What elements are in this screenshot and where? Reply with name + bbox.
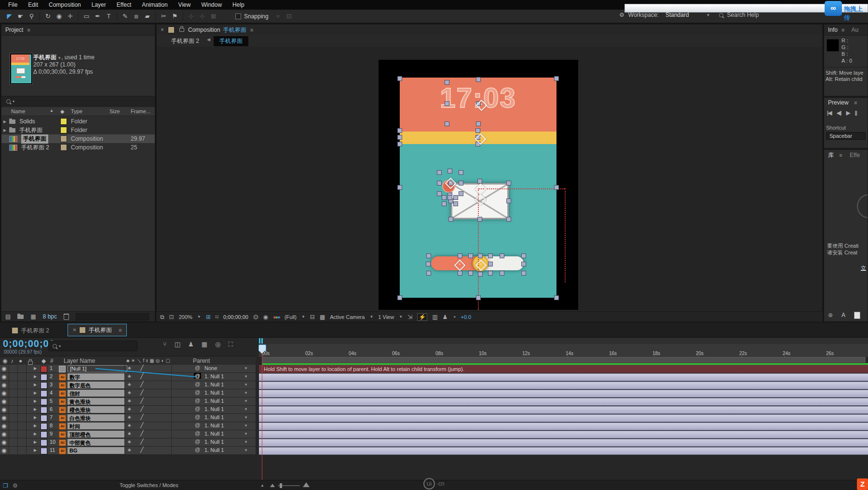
shy-switch-icon[interactable]: ♣ [128, 423, 131, 428]
layer-switches[interactable]: ♣╱ [124, 430, 172, 438]
new-composition-icon[interactable]: ▦ [30, 313, 36, 320]
composition-mini-icon[interactable]: ❒ [3, 482, 8, 489]
parent-pick-whip-icon[interactable]: @ [194, 414, 201, 420]
selection-handle[interactable] [445, 121, 449, 126]
layer-duration-bar[interactable] [259, 398, 868, 406]
primary-viewer-icon[interactable]: ⊡ [169, 314, 174, 320]
parent-pick-whip-icon[interactable]: @ [194, 406, 201, 411]
menu-composition[interactable]: Composition [43, 0, 86, 9]
libraries-tab-label[interactable]: 库 [828, 152, 834, 159]
layer-row[interactable]: ◉▶3Ai数字底色♣╱@1. Null 1▼ [0, 381, 256, 389]
selection-handle[interactable] [478, 272, 483, 277]
layer-visibility-eye-icon[interactable]: ◉ [1, 390, 6, 397]
tab-name[interactable]: 手机界面 2 [21, 327, 49, 335]
project-tab-label[interactable]: Project [5, 26, 23, 33]
timeline-zoom-thumb[interactable] [280, 483, 282, 488]
libraries-panel-header[interactable]: 库 ≡ Effe [828, 151, 860, 159]
comp-lock-icon[interactable] [179, 28, 184, 32]
quality-switch-icon[interactable]: ╱ [140, 397, 144, 404]
selection-handle[interactable] [437, 191, 442, 196]
parent-value[interactable]: 1. Null 1 [204, 382, 224, 387]
menu-effect[interactable]: Effect [111, 0, 136, 9]
search-help-icon[interactable] [719, 13, 723, 17]
solo-lock-cell[interactable] [17, 373, 27, 381]
layer-expand-arrow-icon[interactable]: ▶ [34, 366, 37, 371]
layer-switches[interactable]: ♣╱ [124, 373, 172, 381]
layer-row[interactable]: ◉▶4Ai信封♣╱@1. Null 1▼ [0, 389, 256, 397]
layer-expand-arrow-icon[interactable]: ▶ [34, 415, 37, 420]
layer-switches[interactable]: ♣╱ [124, 438, 172, 446]
parent-value[interactable]: 1. Null 1 [204, 439, 224, 445]
axis-local[interactable]: ⊹ [186, 10, 197, 23]
snapshot-icon[interactable]: ⏣ [253, 314, 258, 320]
project-item-title[interactable]: 手机界面 ▼, used 1 time [33, 53, 95, 62]
parent-caret-icon[interactable]: ▼ [244, 374, 248, 379]
selection-handle[interactable] [477, 217, 482, 222]
quality-switch-icon[interactable]: ╱ [140, 438, 144, 445]
audio-toggle-cell[interactable] [9, 381, 18, 389]
preview-tab-label[interactable]: Preview [828, 99, 849, 106]
libraries-link[interactable]: 立 [861, 265, 866, 272]
quality-switch-icon[interactable]: ╱ [140, 365, 144, 371]
camera-tool[interactable]: ◉ [54, 10, 65, 23]
solo-lock-cell[interactable] [17, 397, 27, 405]
parent-caret-icon[interactable]: ▼ [244, 415, 248, 420]
shy-switch-icon[interactable]: ♣ [128, 398, 131, 403]
parent-caret-icon[interactable]: ▼ [244, 407, 248, 411]
playhead-line[interactable] [262, 344, 262, 480]
eraser-tool[interactable]: ▰ [142, 10, 153, 23]
parent-value[interactable]: None [204, 365, 217, 371]
layer-label-color[interactable] [41, 390, 47, 397]
selection-handle[interactable] [453, 201, 458, 206]
layer-name[interactable]: 中部黄色 [68, 439, 124, 446]
layer-visibility-eye-icon[interactable]: ◉ [1, 373, 6, 380]
selection-handle[interactable] [488, 253, 493, 258]
zoom-tool[interactable]: ⚲ [26, 10, 37, 23]
drag-upload-label[interactable]: 拖拽上传 [844, 5, 868, 22]
parent-value[interactable]: 1. Null 1 [204, 431, 224, 437]
project-panel-menu-icon[interactable]: ≡ [27, 27, 30, 33]
resolution-value[interactable]: (Full) [285, 314, 297, 320]
parent-value[interactable]: 1. Null 1 [204, 406, 224, 412]
column-label-icon[interactable]: ◆ [60, 108, 64, 115]
layer-row[interactable]: ◉▶6Ai橙色滑块♣╱@1. Null 1▼ [0, 406, 256, 414]
layer-label-color[interactable] [41, 366, 47, 372]
roto-brush-tool[interactable]: ✂ [158, 10, 169, 23]
layer-name[interactable]: 信封 [68, 390, 124, 397]
project-bpc[interactable]: 8 bpc [43, 313, 57, 320]
selection-handle[interactable] [554, 295, 559, 300]
layer-label-color[interactable] [41, 423, 47, 430]
view-layout-value[interactable]: 1 View [378, 314, 394, 320]
axis-view[interactable]: ⊠ [208, 10, 219, 23]
selection-handle[interactable] [445, 101, 449, 106]
selection-handle[interactable] [476, 121, 481, 126]
selection-handle[interactable] [397, 128, 402, 133]
layer-row[interactable]: ◉▶11AiBG♣╱@1. Null 1▼ [0, 447, 256, 455]
layer-visibility-eye-icon[interactable]: ◉ [1, 398, 6, 405]
audio-toggle-cell[interactable] [9, 373, 18, 381]
quality-switch-icon[interactable]: ╱ [140, 373, 144, 379]
quality-switch-icon[interactable]: ╱ [140, 406, 144, 412]
selection-handle[interactable] [521, 262, 526, 266]
timeline-tab-active[interactable]: × 手机界面 ≡ [68, 324, 127, 336]
fast-previews-icon[interactable]: ⚡ [417, 313, 427, 321]
layer-visibility-eye-icon[interactable]: ◉ [1, 447, 6, 454]
column-type[interactable]: Type [71, 108, 82, 114]
project-table-header[interactable]: Name ▲ ◆ Type Size Frame... [1, 107, 155, 116]
clone-stamp-tool[interactable]: ⧈ [131, 10, 142, 23]
show-snapshot-icon[interactable]: ◉ [263, 314, 268, 320]
parent-pick-whip-icon[interactable]: @ [194, 381, 201, 387]
menu-help[interactable]: Help [227, 0, 250, 9]
layer-visibility-eye-icon[interactable]: ◉ [1, 431, 6, 437]
expand-arrow-icon[interactable]: ▶ [3, 119, 6, 124]
selection-handle[interactable] [468, 253, 473, 258]
solo-lock-cell[interactable] [17, 447, 27, 454]
project-item-name[interactable]: 手机界面 [21, 134, 48, 144]
snap-to-features-icon[interactable]: ≈ [272, 10, 284, 23]
mask-visibility-icon[interactable]: ⌑ [216, 314, 218, 320]
parent-value[interactable]: 1. Null 1 [204, 423, 224, 428]
solo-lock-cell[interactable] [17, 414, 27, 422]
interpret-footage-icon[interactable]: ▤ [5, 313, 11, 320]
parent-pick-whip-icon[interactable]: @ [194, 430, 201, 436]
parent-pick-whip-icon[interactable]: @ [194, 389, 201, 395]
